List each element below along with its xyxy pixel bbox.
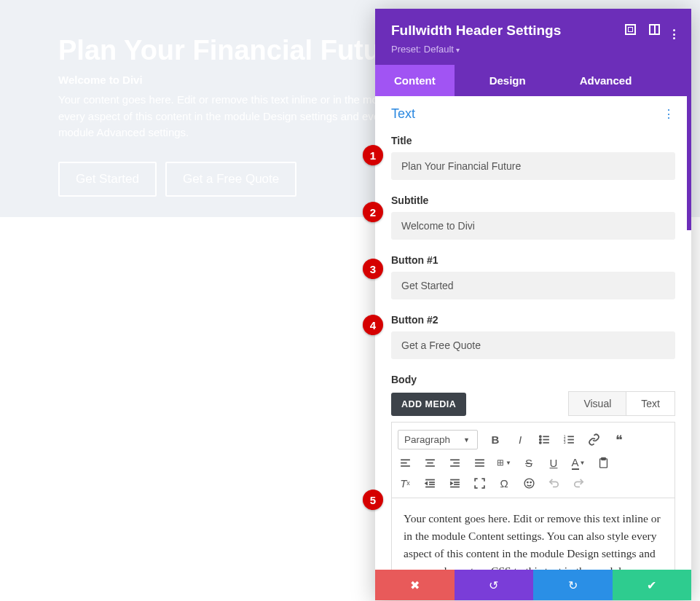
editor-toolbar: Paragraph▼ B I 123 ❝ ▼ S U A▼ [391, 422, 675, 498]
fullscreen-icon[interactable] [472, 476, 487, 490]
annotation-2: 2 [363, 202, 383, 222]
section-toggle-text[interactable]: Text [391, 106, 415, 122]
redo-arrow-icon: ↻ [568, 578, 578, 592]
italic-icon[interactable]: I [513, 433, 527, 447]
bold-icon[interactable]: B [488, 433, 503, 447]
tab-design[interactable]: Design [471, 65, 545, 96]
body-label: Body [391, 374, 675, 385]
button1-input[interactable] [391, 272, 675, 299]
clear-format-icon[interactable]: Tx [398, 476, 412, 490]
number-list-icon[interactable]: 123 [562, 433, 577, 447]
link-icon[interactable] [587, 433, 602, 447]
svg-point-38 [527, 482, 527, 482]
preview-button-2[interactable]: Get a Free Quote [165, 162, 296, 197]
undo-arrow-icon: ↺ [489, 578, 498, 592]
title-input[interactable] [391, 152, 675, 180]
panel-content: Text ⋮ Title Subtitle Button #1 Button #… [375, 96, 691, 600]
subtitle-input[interactable] [391, 212, 675, 240]
button2-input[interactable] [391, 331, 675, 359]
cancel-button[interactable]: ✖ [375, 570, 455, 600]
add-media-button[interactable]: ADD MEDIA [391, 393, 466, 416]
save-button[interactable]: ✔ [613, 570, 692, 600]
align-justify-icon[interactable] [472, 455, 487, 470]
annotation-3: 3 [363, 259, 383, 279]
section-menu-icon[interactable]: ⋮ [663, 107, 675, 121]
redo-button[interactable]: ↻ [533, 570, 613, 600]
preview-button-1[interactable]: Get Started [58, 162, 157, 197]
paragraph-format-select[interactable]: Paragraph▼ [398, 430, 478, 449]
panel-tabs: Content Design Advanced [375, 65, 691, 96]
paste-icon[interactable] [596, 455, 610, 470]
undo-icon[interactable] [546, 476, 561, 490]
strikethrough-icon[interactable]: S [522, 455, 536, 470]
close-icon: ✖ [410, 578, 420, 592]
svg-point-39 [530, 482, 530, 482]
align-left-icon[interactable] [398, 455, 412, 470]
settings-panel: Fullwidth Header Settings Preset: Defaul… [375, 9, 691, 600]
chevron-down-icon: ▼ [463, 436, 470, 444]
editor-mode-tabs: Visual Text [568, 391, 675, 416]
table-icon[interactable]: ▼ [497, 455, 511, 470]
indent-icon[interactable] [447, 476, 462, 490]
scrollbar[interactable] [687, 96, 691, 230]
chevron-down-icon: ▾ [456, 46, 460, 54]
redo-icon[interactable] [571, 476, 586, 490]
align-center-icon[interactable] [422, 455, 437, 470]
svg-point-37 [524, 479, 534, 488]
panel-title: Fullwidth Header Settings [391, 23, 561, 39]
bullet-list-icon[interactable] [538, 433, 552, 447]
align-right-icon[interactable] [447, 455, 462, 470]
title-label: Title [391, 135, 675, 146]
tab-advanced[interactable]: Advanced [561, 65, 651, 96]
check-icon: ✔ [647, 578, 656, 592]
subtitle-label: Subtitle [391, 195, 675, 206]
button1-label: Button #1 [391, 254, 675, 266]
editor-tab-text[interactable]: Text [626, 392, 675, 415]
panel-header: Fullwidth Header Settings Preset: Defaul… [375, 9, 691, 65]
panel-footer: ✖ ↺ ↻ ✔ [375, 570, 691, 600]
expand-icon[interactable] [625, 24, 636, 37]
annotation-1: 1 [363, 145, 383, 165]
text-color-icon[interactable]: A▼ [571, 455, 586, 470]
tab-content[interactable]: Content [375, 65, 455, 96]
svg-point-2 [540, 439, 541, 440]
outdent-icon[interactable] [422, 476, 437, 490]
underline-icon[interactable]: U [546, 455, 561, 470]
svg-point-0 [540, 436, 541, 437]
more-menu-icon[interactable] [673, 22, 675, 39]
emoji-icon[interactable] [522, 476, 536, 490]
svg-point-4 [540, 442, 541, 444]
button2-label: Button #2 [391, 314, 675, 326]
svg-rect-28 [601, 457, 605, 460]
annotation-4: 4 [363, 315, 383, 335]
annotation-5: 5 [363, 490, 383, 510]
svg-text:3: 3 [564, 441, 566, 444]
editor-tab-visual[interactable]: Visual [569, 392, 626, 415]
quote-icon[interactable]: ❝ [612, 433, 626, 447]
preset-dropdown[interactable]: Preset: Default▾ [391, 44, 675, 55]
special-char-icon[interactable]: Ω [497, 476, 511, 490]
snap-icon[interactable] [649, 24, 660, 37]
undo-button[interactable]: ↺ [455, 570, 534, 600]
